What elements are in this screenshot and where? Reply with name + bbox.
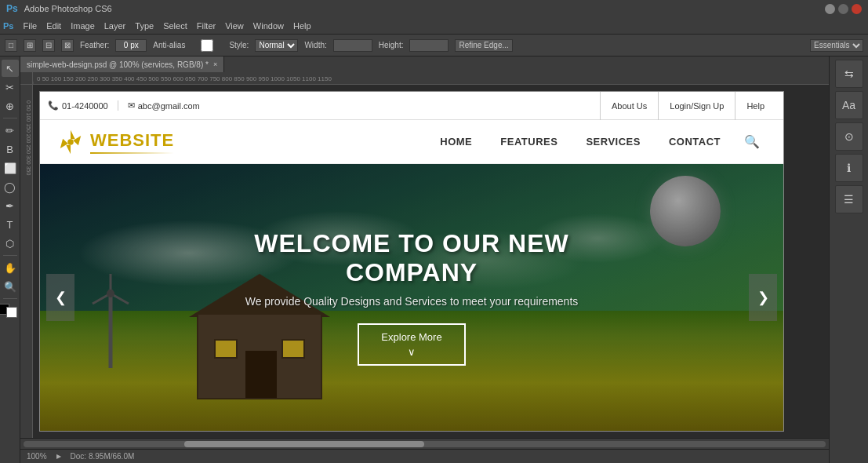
background-color[interactable] <box>6 307 17 318</box>
site-topbar: 📞 01-4240000 ✉ abc@gmail.com About Us Lo… <box>40 92 783 120</box>
chevron-down-icon: ∨ <box>408 346 416 358</box>
nav-home[interactable]: HOME <box>427 120 485 164</box>
site-nav: WEBSITE HOME FEATURES SERVICES CONTACT 🔍 <box>40 120 783 164</box>
site-phone: 📞 01-4240000 <box>48 100 118 111</box>
menu-filter[interactable]: Filter <box>197 21 216 31</box>
ps-hscroll-track[interactable] <box>24 441 826 447</box>
intersect-selection-btn[interactable]: ⊠ <box>61 39 74 52</box>
hero-prev-button[interactable]: ❮ <box>46 274 74 321</box>
hero-subtitle: We provide Quality Designs and Services … <box>226 295 597 308</box>
ruler-corner <box>20 72 33 85</box>
style-select[interactable]: Normal <box>255 39 298 52</box>
site-hero: WELCOME TO OUR NEW COMPANY We provide Qu… <box>40 164 783 431</box>
add-selection-btn[interactable]: ⊞ <box>24 39 36 52</box>
hero-title: WELCOME TO OUR NEW COMPANY <box>226 229 597 287</box>
help-link[interactable]: Help <box>735 92 775 120</box>
site-logo: WEBSITE <box>56 127 174 157</box>
color-swatches <box>0 304 22 315</box>
shape-tool[interactable]: ⬡ <box>2 235 19 252</box>
menu-type[interactable]: Type <box>135 21 154 31</box>
ps-canvas-area: simple-web-design.psd @ 100% (services, … <box>20 57 829 463</box>
login-link[interactable]: Login/Sign Up <box>658 92 735 120</box>
tab-close-btn[interactable]: × <box>213 60 217 68</box>
menu-select[interactable]: Select <box>163 21 187 31</box>
tool-divider-3 <box>3 298 17 299</box>
refine-edge-btn[interactable]: Refine Edge... <box>455 39 512 52</box>
svg-point-3 <box>67 139 74 145</box>
explore-more-text: Explore More <box>381 331 441 343</box>
menu-help[interactable]: Help <box>293 21 311 31</box>
character-panel-btn[interactable]: Aa <box>835 91 863 119</box>
pen-tool[interactable]: ✒ <box>2 197 19 214</box>
site-nav-links: HOME FEATURES SERVICES CONTACT 🔍 <box>427 120 768 164</box>
menu-window[interactable]: Window <box>253 21 284 31</box>
menu-image[interactable]: Image <box>71 21 95 31</box>
svg-text:0   50   100   150   200   250: 0 50 100 150 200 250 300 350 400 450 500… <box>37 75 332 82</box>
ps-hscroll-thumb[interactable] <box>184 441 425 447</box>
ps-rulers: 0 50 100 150 200 250 300 350 400 450 500… <box>20 72 829 85</box>
text-tool[interactable]: T <box>2 216 19 233</box>
menu-view[interactable]: View <box>225 21 244 31</box>
tool-divider-2 <box>3 255 17 256</box>
nav-contact[interactable]: CONTACT <box>656 120 733 164</box>
menu-ps[interactable]: Ps <box>3 21 13 31</box>
menu-layer[interactable]: Layer <box>104 21 126 31</box>
ps-canvas-container: 📞 01-4240000 ✉ abc@gmail.com About Us Lo… <box>33 85 829 438</box>
feather-label: Feather: <box>80 41 109 49</box>
layers-panel-btn[interactable]: ⊙ <box>835 122 863 151</box>
phone-number: 01-4240000 <box>62 101 108 111</box>
ps-right-panel: ⇆ Aa ⊙ ℹ ☰ <box>829 57 868 463</box>
menu-file[interactable]: File <box>23 21 37 31</box>
search-icon[interactable]: 🔍 <box>736 134 768 149</box>
marquee-tool[interactable]: ↖ <box>2 60 19 77</box>
ruler-vertical: 0 50 100 150 200 250 300 350 <box>20 85 33 438</box>
new-selection-btn[interactable]: □ <box>5 39 17 52</box>
gradient-tool[interactable]: ◯ <box>2 178 19 195</box>
logo-icon <box>56 127 85 157</box>
clone-tool[interactable]: B <box>2 140 19 158</box>
zoom-tool[interactable]: 🔍 <box>2 278 19 295</box>
hero-cta-button[interactable]: Explore More ∨ <box>358 323 465 366</box>
ps-hscrollbar[interactable] <box>20 438 829 449</box>
height-label: Height: <box>379 41 404 49</box>
site-topbar-right: About Us Login/Sign Up Help <box>600 92 775 120</box>
email-address: abc@gmail.com <box>138 101 200 111</box>
height-input[interactable] <box>409 39 449 52</box>
crop-tool[interactable]: ⊕ <box>2 97 19 115</box>
nav-features[interactable]: FEATURES <box>488 120 570 164</box>
close-btn[interactable] <box>852 4 862 14</box>
ps-document-tab[interactable]: simple-web-design.psd @ 100% (services, … <box>20 57 224 72</box>
width-input[interactable] <box>333 39 372 52</box>
lasso-tool[interactable]: ✂ <box>2 78 19 96</box>
ruler-horizontal: 0 50 100 150 200 250 300 350 400 450 500… <box>33 72 829 85</box>
hero-next-button[interactable]: ❯ <box>749 274 777 321</box>
feather-input[interactable] <box>115 39 147 52</box>
menu-edit[interactable]: Edit <box>46 21 61 31</box>
anti-alias-checkbox[interactable] <box>191 39 223 52</box>
essentials-select[interactable]: Essentials <box>810 39 863 52</box>
hero-cta-container: Explore More ∨ <box>226 323 597 366</box>
panel-toggle-btn[interactable]: ⇆ <box>835 60 863 88</box>
hero-content: WELCOME TO OUR NEW COMPANY We provide Qu… <box>226 229 597 366</box>
brush-tool[interactable]: ✏ <box>2 122 19 139</box>
eraser-tool[interactable]: ⬜ <box>2 159 19 177</box>
nav-services[interactable]: SERVICES <box>573 120 653 164</box>
statusbar-icon: ▶ <box>56 453 61 460</box>
phone-icon: 📞 <box>48 100 59 111</box>
ps-titlebar: Ps Adobe Photoshop CS6 <box>0 0 868 17</box>
hand-tool[interactable]: ✋ <box>2 259 19 276</box>
ps-optionsbar: □ ⊞ ⊟ ⊠ Feather: Anti-alias Style: Norma… <box>0 35 868 57</box>
minimize-btn[interactable] <box>825 4 835 14</box>
tab-filename: simple-web-design.psd @ 100% (services, … <box>27 60 209 69</box>
titlebar-title: Adobe Photoshop CS6 <box>24 4 112 13</box>
restore-btn[interactable] <box>838 4 848 14</box>
subtract-selection-btn[interactable]: ⊟ <box>42 39 55 52</box>
doc-info: Doc: 8.95M/66.0M <box>71 452 135 461</box>
anti-alias-label: Anti-alias <box>153 41 185 49</box>
tool-divider-1 <box>3 118 17 118</box>
actions-panel-btn[interactable]: ☰ <box>835 185 863 213</box>
info-panel-btn[interactable]: ℹ <box>835 154 863 182</box>
about-us-link[interactable]: About Us <box>600 92 658 120</box>
titlebar-left: Ps Adobe Photoshop CS6 <box>6 3 112 14</box>
svg-text:0  50  100  150  200  250  300: 0 50 100 150 200 250 300 350 <box>26 100 31 175</box>
